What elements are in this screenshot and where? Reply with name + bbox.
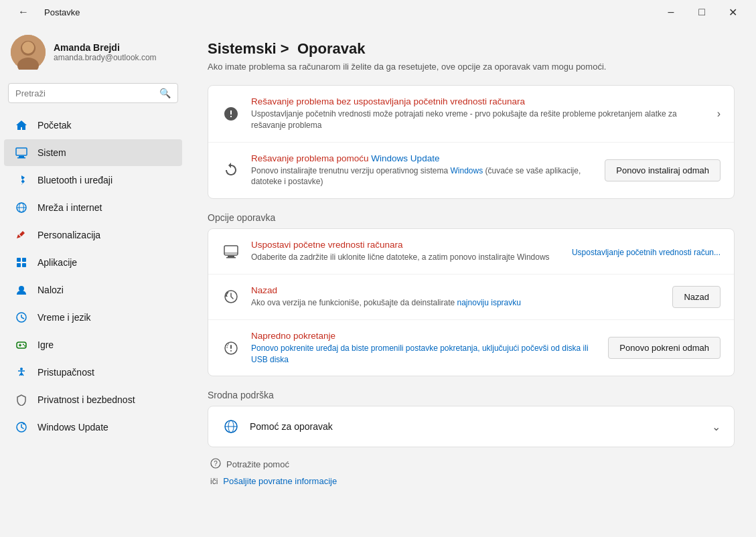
fix-winupdate-desc: Ponovo instalirajte trenutnu verziju ope… — [251, 165, 594, 188]
feedback-link[interactable]: iči Pošaljite povratne informacije — [210, 476, 732, 486]
recovery-help-collapse[interactable]: ⌄ — [712, 420, 721, 433]
winupdate-icon — [15, 420, 28, 434]
fix-no-reset-desc: Uspostavljanje početnih vrednosti može p… — [251, 108, 706, 131]
back-button[interactable]: ← — [8, 1, 39, 23]
go-back-button[interactable]: Nazad — [672, 286, 721, 308]
fix-winupdate-title: Rešavanje problema pomoću Windows Update — [251, 153, 594, 163]
page-header: Sistemski > Oporavak Ako imate problema … — [208, 40, 735, 72]
advanced-startup-action[interactable]: Ponovo pokreni odmah — [608, 337, 721, 359]
close-button[interactable]: ✕ — [717, 1, 748, 23]
sidebar-item-network[interactable]: Mreža i internet — [4, 194, 182, 221]
advanced-startup-icon — [222, 339, 240, 358]
reinstall-now-button[interactable]: Ponovo instaliraj odmah — [605, 159, 721, 181]
svg-rect-26 — [224, 246, 238, 255]
svg-text:?: ? — [214, 460, 218, 467]
sidebar-item-time[interactable]: Vreme i jezik — [4, 304, 182, 331]
advanced-startup-desc: Ponovo pokrenite uređaj da biste promeni… — [251, 343, 597, 366]
advanced-startup-row: Napredno pokretanje Ponovo pokrenite ure… — [208, 320, 734, 376]
user-profile: Amanda Brejdi amanda.brady@outlook.com — [0, 24, 186, 80]
system-icon — [15, 146, 28, 159]
recovery-help-title: Pomoć za oporavak — [250, 421, 702, 432]
go-back-desc: Ako ova verzija ne funkcioniše, pokušajt… — [251, 297, 662, 309]
apps-icon — [15, 256, 28, 269]
sidebar-item-privacy[interactable]: Privatnost i bezbednost — [4, 386, 182, 413]
nav-list: Početak Sistem Bluetooth i uređaji Mreža… — [0, 108, 186, 444]
fix-winupdate-action[interactable]: Ponovo instaliraj odmah — [605, 159, 721, 181]
title-bar: ← Postavke – □ ✕ — [0, 0, 756, 24]
accounts-icon — [15, 283, 28, 297]
advanced-startup-text: Napredno pokretanje Ponovo pokrenite ure… — [251, 331, 597, 366]
fix-no-reset-row: Rešavanje problema bez uspostavljanja po… — [208, 86, 734, 143]
sidebar-item-accounts-label: Nalozi — [37, 285, 64, 295]
svg-point-23 — [20, 368, 23, 370]
svg-point-14 — [19, 286, 24, 291]
sidebar-item-apps-label: Aplikacije — [37, 257, 77, 268]
home-icon — [15, 119, 28, 132]
get-help-label: Potražite pomoć — [226, 459, 289, 469]
svg-rect-27 — [228, 256, 234, 257]
bluetooth-icon — [15, 173, 28, 187]
sidebar: Amanda Brejdi amanda.brady@outlook.com 🔍… — [0, 24, 186, 537]
search-input[interactable] — [15, 88, 154, 98]
feedback-label[interactable]: Pošaljite povratne informacije — [223, 476, 337, 486]
restart-now-button[interactable]: Ponovo pokreni odmah — [608, 337, 721, 359]
accessibility-icon — [15, 366, 28, 379]
sidebar-item-winupdate[interactable]: Windows Update — [4, 414, 182, 441]
svg-rect-5 — [19, 156, 24, 157]
svg-rect-28 — [226, 257, 236, 258]
search-icon: 🔍 — [159, 88, 171, 98]
factory-reset-text: Uspostavi početne vrednosti računara Oda… — [251, 240, 561, 263]
maximize-button[interactable]: □ — [686, 1, 717, 23]
sidebar-item-bluetooth-label: Bluetooth i uređaji — [37, 175, 112, 185]
search-box[interactable]: 🔍 — [8, 83, 178, 103]
sidebar-item-privacy-label: Privatnost i bezbednost — [37, 394, 135, 405]
question-icon: ? — [210, 458, 221, 471]
recovery-help-icon — [222, 417, 240, 436]
sidebar-item-accounts[interactable]: Nalozi — [4, 277, 182, 303]
page-breadcrumb: Sistemski > Oporavak — [208, 40, 735, 58]
sidebar-item-apps[interactable]: Aplikacije — [4, 249, 182, 276]
factory-reset-link[interactable]: Uspostavljanje početnih vrednosti račun.… — [572, 248, 721, 257]
network-icon — [15, 201, 28, 214]
fix-no-reset-text: Rešavanje problema bez uspostavljanja po… — [251, 96, 706, 131]
go-back-action[interactable]: Nazad — [672, 286, 721, 308]
footer-links: ? Potražite pomoć iči Pošaljite povratne… — [208, 458, 735, 486]
chevron-right-icon: › — [717, 108, 721, 119]
recovery-help-row[interactable]: Pomoć za oporavak ⌄ — [208, 406, 734, 447]
fix-winupdate-text: Rešavanje problema pomoću Windows Update… — [251, 153, 594, 188]
personalization-icon — [15, 228, 28, 242]
sidebar-item-home-label: Početak — [37, 120, 72, 131]
svg-rect-13 — [22, 263, 26, 267]
go-back-row: Nazad Ako ova verzija ne funkcioniše, po… — [208, 275, 734, 320]
feedback-prefix: iči — [210, 477, 218, 486]
related-support-label: Srodna podrška — [208, 390, 735, 400]
title-bar-controls: – □ ✕ — [656, 1, 748, 23]
svg-rect-10 — [17, 258, 21, 262]
factory-reset-desc: Odaberite da zadržite ili uklonite lične… — [251, 252, 561, 263]
svg-rect-12 — [17, 263, 21, 267]
sidebar-item-games-label: Igre — [37, 339, 54, 350]
factory-reset-row: Uspostavi početne vrednosti računara Oda… — [208, 229, 734, 275]
svg-point-33 — [230, 350, 232, 352]
fix-winupdate-icon — [222, 161, 240, 179]
sidebar-item-home[interactable]: Početak — [4, 112, 182, 139]
sidebar-item-personalization-label: Personalizacija — [37, 230, 100, 240]
sidebar-item-games[interactable]: Igre — [4, 331, 182, 358]
sidebar-item-system[interactable]: Sistem — [4, 139, 182, 166]
privacy-icon — [15, 393, 28, 406]
fix-winupdate-row: Rešavanje problema pomoću Windows Update… — [208, 143, 734, 199]
fix-no-reset-action: › — [717, 108, 721, 120]
svg-point-22 — [24, 346, 25, 347]
svg-rect-11 — [22, 258, 26, 262]
sidebar-item-bluetooth[interactable]: Bluetooth i uređaji — [4, 167, 182, 194]
minimize-button[interactable]: – — [656, 1, 686, 23]
sidebar-item-accessibility[interactable]: Pristupačnost — [4, 359, 182, 386]
go-back-text: Nazad Ako ova verzija ne funkcioniše, po… — [251, 285, 662, 309]
get-help-link[interactable]: ? Potražite pomoć — [210, 458, 732, 471]
fix-no-reset-icon — [222, 104, 240, 123]
fix-no-reset-title: Rešavanje problema bez uspostavljanja po… — [251, 96, 706, 106]
svg-point-3 — [22, 42, 34, 54]
user-name: Amanda Brejdi — [54, 42, 157, 53]
sidebar-item-personalization[interactable]: Personalizacija — [4, 222, 182, 248]
factory-reset-action[interactable]: Uspostavljanje početnih vrednosti račun.… — [572, 246, 721, 258]
